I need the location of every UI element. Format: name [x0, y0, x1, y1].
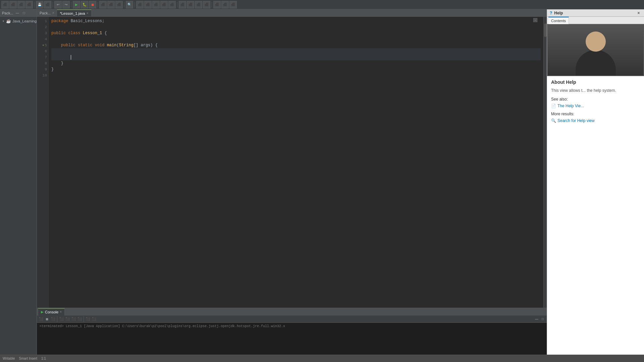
- sidebar-content: ▼ ☕ Java_Learning: [0, 17, 37, 355]
- text-cursor: [71, 55, 71, 60]
- line-numbers: 1 2 3 4 ●5 6 7 8 9 10: [37, 17, 49, 308]
- help-the-help-view-link[interactable]: 📄 The Help Vie...: [551, 104, 640, 108]
- toolbar-sep-7: [177, 2, 177, 8]
- sidebar-title: Pack...: [2, 11, 13, 15]
- console-maximize-btn[interactable]: □: [540, 316, 545, 322]
- toolbar-btn-14[interactable]: ⬛: [187, 1, 194, 8]
- toolbar-btn-7[interactable]: ⬛: [115, 1, 123, 8]
- console-btn-3[interactable]: ⬛: [71, 316, 76, 322]
- help-more-results-label: More results:: [551, 112, 640, 116]
- toolbar-btn-5[interactable]: ⬛: [99, 1, 107, 8]
- console-content[interactable]: <terminated> Lesson_1 [Java Application]…: [37, 323, 547, 355]
- status-writable: Writable: [3, 357, 15, 360]
- status-bar: Writable Smart Insert 1:1: [0, 355, 644, 362]
- toolbar-btn-19[interactable]: ⬛: [229, 1, 237, 8]
- toolbar-btn-run[interactable]: ▶: [73, 1, 80, 8]
- editor-vscrollbar-thumb[interactable]: [544, 23, 547, 37]
- toolbar-btn-13[interactable]: ⬛: [179, 1, 186, 8]
- tab-package-explorer[interactable]: Pack... ×: [37, 9, 57, 16]
- toolbar-btn-back[interactable]: ↩: [54, 1, 62, 8]
- toolbar-btn-9[interactable]: ⬛: [144, 1, 152, 8]
- console-tabs: ▶ Console ×: [37, 308, 547, 315]
- console-btn-1[interactable]: ⬛: [59, 316, 64, 322]
- toolbar-btn-3[interactable]: ⬛: [17, 1, 25, 8]
- console-btn-4[interactable]: ⬛: [77, 316, 82, 322]
- collapse-buttons: − −: [538, 17, 542, 18]
- help-body-text: This view allows t... the help system.: [551, 87, 640, 94]
- toolbar-btn-8[interactable]: ⬛: [136, 1, 144, 8]
- console-clear-btn[interactable]: ⬛: [38, 316, 44, 322]
- status-position: 1:1: [41, 357, 46, 360]
- console-header-text: <terminated> Lesson_1 [Java Application]…: [40, 324, 285, 328]
- toolbar-btn-10[interactable]: ⬛: [152, 1, 160, 8]
- help-panel-header: ? Help ×: [547, 9, 644, 17]
- tab-package-close[interactable]: ×: [52, 11, 54, 15]
- help-panel: ? Help × Contents About Help This view a…: [547, 9, 644, 355]
- toolbar-btn-15[interactable]: ⬛: [195, 1, 202, 8]
- toolbar-btn-save[interactable]: 💾: [36, 1, 43, 8]
- sidebar-item-project[interactable]: ▼ ☕ Java_Learning: [1, 18, 36, 24]
- toolbar-btn-search[interactable]: 🔍: [126, 1, 133, 8]
- editor-vscrollbar[interactable]: [543, 17, 547, 308]
- sidebar: Pack... — □ ▼ ☕ Java_Learning: [0, 9, 37, 355]
- help-doc-icon: 📄: [551, 104, 556, 108]
- toolbar-btn-stop[interactable]: ◼: [89, 1, 96, 8]
- sidebar-expand-btn[interactable]: □: [21, 10, 27, 16]
- help-content: About Help This view allows t... the hel…: [547, 76, 644, 355]
- sidebar-header: Pack... — □: [0, 9, 37, 17]
- toolbar-btn-debug[interactable]: 🐛: [81, 1, 88, 8]
- help-contents-label: Contents: [551, 19, 566, 23]
- code-line-3: public class Lesson_1 {: [51, 30, 541, 36]
- help-close-button[interactable]: ×: [636, 10, 641, 16]
- console-icon: ▶: [41, 310, 44, 314]
- console-sep-1: [57, 316, 57, 322]
- toolbar-btn-2[interactable]: ⬛: [9, 1, 17, 8]
- console-tab-close[interactable]: ×: [60, 310, 62, 314]
- toolbar-btn-18[interactable]: ⬛: [221, 1, 229, 8]
- toolbar-btn-1[interactable]: ⬛: [1, 1, 9, 8]
- code-line-1: package Basic_Lessons;: [51, 18, 541, 24]
- toolbar-btn-print[interactable]: ⬛: [44, 1, 51, 8]
- toolbar-sep-8: [212, 2, 212, 8]
- main-container: Pack... — □ ▼ ☕ Java_Learning Pack... × …: [0, 9, 644, 355]
- tab-lesson1-close[interactable]: ×: [87, 11, 89, 15]
- console-stop-btn[interactable]: ◼: [44, 316, 50, 322]
- console-tab-label: Console: [45, 310, 58, 314]
- webcam-overlay: [547, 24, 644, 76]
- toolbar-sep-5: [124, 2, 124, 8]
- code-editor[interactable]: package Basic_Lessons; public class Less…: [49, 17, 543, 308]
- toolbar-btn-forward[interactable]: ↪: [62, 1, 70, 8]
- editor-container: Pack... × *Lesson_1.java × 1 2 3 4 ●5: [37, 9, 547, 355]
- console-minimize-btn[interactable]: —: [534, 316, 539, 322]
- console-right-btns: — □: [534, 316, 545, 322]
- editor-tabs: Pack... × *Lesson_1.java ×: [37, 9, 547, 17]
- toolbar-btn-12[interactable]: ⬛: [168, 1, 176, 8]
- sidebar-minimize-btn[interactable]: —: [15, 10, 20, 16]
- toolbar-btn-6[interactable]: ⬛: [107, 1, 115, 8]
- toolbar-btn-17[interactable]: ⬛: [213, 1, 221, 8]
- code-area[interactable]: 1 2 3 4 ●5 6 7 8 9 10 package Basic_Less…: [37, 17, 547, 308]
- help-search-for-help-link[interactable]: 🔍 Search for Help view: [551, 118, 640, 123]
- code-line-4: [51, 36, 541, 42]
- collapse-method-btn[interactable]: −: [533, 18, 537, 22]
- console-btn-5[interactable]: ⬛: [85, 316, 91, 322]
- tab-package-label: Pack...: [40, 11, 51, 15]
- help-panel-tabs: Contents: [547, 17, 644, 24]
- tab-lesson1[interactable]: *Lesson_1.java ×: [57, 9, 91, 16]
- console-section: ▶ Console × ⬛ ◼ ⬛ ⬛ ⬛ ⬛ ⬛ ⬛: [37, 308, 547, 355]
- person-head: [586, 32, 606, 52]
- console-debug-btn[interactable]: ⬛: [50, 316, 56, 322]
- toolbar-btn-4[interactable]: ⬛: [25, 1, 33, 8]
- help-panel-icon: ?: [550, 11, 552, 15]
- editor-split: 1 2 3 4 ●5 6 7 8 9 10 package Basic_Less…: [37, 17, 547, 355]
- chevron-down-icon: ▼: [2, 20, 5, 23]
- console-btn-6[interactable]: ⬛: [91, 316, 97, 322]
- help-panel-title: Help: [554, 11, 563, 15]
- code-line-6: [51, 48, 541, 54]
- toolbar-btn-11[interactable]: ⬛: [160, 1, 168, 8]
- console-sep-2: [84, 316, 84, 322]
- console-tab[interactable]: ▶ Console ×: [38, 308, 65, 315]
- console-btn-2[interactable]: ⬛: [65, 316, 70, 322]
- toolbar-btn-16[interactable]: ⬛: [203, 1, 210, 8]
- help-tab-contents[interactable]: Contents: [548, 17, 569, 24]
